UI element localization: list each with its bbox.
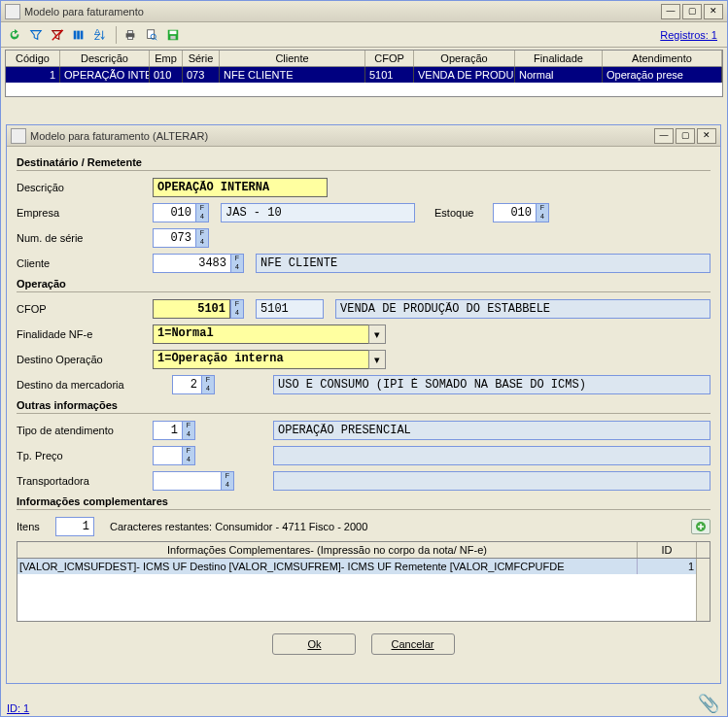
chevron-down-icon[interactable]: ▾ [368, 324, 386, 344]
scrollbar-track[interactable] [696, 574, 710, 621]
save-icon[interactable] [163, 25, 183, 45]
col-atendimento[interactable]: Atendimento [603, 51, 722, 66]
empresa-input[interactable] [153, 203, 195, 222]
label-transp: Transportadora [17, 475, 153, 487]
close-button[interactable]: ✕ [704, 4, 723, 19]
ic-row[interactable]: [VALOR_ICMSUFDEST]- ICMS UF Destino [VAL… [17, 559, 710, 574]
sort-icon[interactable]: AZ [90, 25, 110, 45]
dialog-title: Modelo para faturamento (ALTERAR) [30, 130, 654, 142]
label-itens: Itens [17, 521, 55, 532]
filter-off-icon[interactable] [48, 25, 67, 45]
col-emp[interactable]: Emp [150, 51, 183, 66]
empresa-nome [221, 203, 415, 222]
cfop-input[interactable] [153, 299, 230, 319]
cliente-lookup-button[interactable]: F4 [230, 254, 244, 273]
add-item-button[interactable] [691, 519, 711, 534]
col-cliente[interactable]: Cliente [220, 51, 365, 66]
chevron-down-icon[interactable]: ▾ [368, 350, 386, 369]
grid-header: Código Descrição Emp Série Cliente CFOP … [6, 51, 722, 67]
dialog-close-button[interactable]: ✕ [697, 128, 716, 144]
label-descricao: Descrição [17, 182, 153, 193]
attachment-icon[interactable]: 📎 [698, 693, 719, 714]
scroll-up-icon[interactable] [696, 542, 710, 558]
col-finalidade[interactable]: Finalidade [515, 51, 603, 66]
data-grid[interactable]: Código Descrição Emp Série Cliente CFOP … [5, 50, 723, 97]
columns-icon[interactable] [69, 25, 88, 45]
cfop-lookup-button[interactable]: F4 [230, 299, 244, 319]
estoque-input[interactable] [493, 203, 536, 222]
itens-count [55, 517, 94, 536]
tppreco-lookup[interactable]: F4 [153, 446, 195, 465]
label-numserie: Num. de série [17, 232, 153, 244]
scrollbar[interactable] [696, 559, 710, 574]
destoper-combo[interactable]: 1=Operação interna ▾ [153, 350, 386, 369]
col-operacao[interactable]: Operação [414, 51, 515, 66]
minimize-button[interactable]: — [661, 4, 680, 19]
transp-lookup[interactable]: F4 [153, 471, 234, 491]
label-destmerc: Destino da mercadoria [17, 379, 172, 391]
cliente-nome [256, 254, 711, 273]
cancel-button[interactable]: Cancelar [371, 633, 455, 655]
registros-link[interactable]: Registros: 1 [660, 29, 717, 41]
tipoatend-input[interactable] [153, 421, 182, 440]
estoque-lookup-button[interactable]: F4 [536, 203, 549, 222]
print-icon[interactable] [121, 25, 140, 45]
transp-lookup-button[interactable]: F4 [221, 471, 234, 491]
numserie-lookup-button[interactable]: F4 [195, 228, 209, 248]
numserie-lookup[interactable]: F4 [153, 228, 209, 248]
ic-hdr-text: Informações Complementares- (Impressão n… [17, 542, 638, 558]
cfop2 [256, 299, 324, 319]
svg-rect-3 [81, 30, 84, 39]
filter-icon[interactable] [26, 25, 46, 45]
col-cfop[interactable]: CFOP [365, 51, 414, 66]
label-estoque: Estoque [434, 207, 493, 219]
svg-rect-14 [170, 35, 175, 39]
label-finalidade: Finalidade NF-e [17, 328, 153, 340]
destmerc-lookup[interactable]: F4 [172, 375, 215, 394]
tppreco-input[interactable] [153, 446, 182, 465]
tipoatend-lookup-button[interactable]: F4 [182, 421, 195, 440]
estoque-lookup[interactable]: F4 [493, 203, 549, 222]
col-codigo[interactable]: Código [6, 51, 60, 66]
descricao-input[interactable] [153, 178, 328, 197]
app-icon [5, 4, 20, 19]
grid-row[interactable]: 1 OPERAÇÃO INTE 010 073 NFE CLIENTE 5101… [6, 67, 722, 83]
cfop-desc [335, 299, 711, 319]
dialog-minimize-button[interactable]: — [654, 128, 674, 144]
transp-input[interactable] [153, 471, 221, 491]
label-destoper: Destino Operação [17, 354, 153, 365]
svg-rect-8 [127, 36, 132, 39]
empresa-lookup-button[interactable]: F4 [195, 203, 209, 222]
empresa-lookup[interactable]: F4 [153, 203, 209, 222]
finalidade-value: 1=Normal [153, 324, 368, 344]
section-destinatario: Destinatário / Remetente [17, 156, 711, 171]
finalidade-combo[interactable]: 1=Normal ▾ [153, 324, 386, 344]
label-empresa: Empresa [17, 207, 153, 219]
destmerc-input[interactable] [172, 375, 201, 394]
refresh-icon[interactable] [5, 25, 24, 45]
destmerc-lookup-button[interactable]: F4 [201, 375, 215, 394]
tppreco-lookup-button[interactable]: F4 [182, 446, 195, 465]
ic-hdr-id: ID [638, 542, 696, 558]
preview-icon[interactable] [142, 25, 161, 45]
numserie-input[interactable] [153, 228, 195, 248]
cliente-lookup[interactable]: F4 [153, 254, 244, 273]
col-serie[interactable]: Série [183, 51, 220, 66]
maximize-button[interactable]: ▢ [682, 4, 702, 19]
id-link[interactable]: ID: 1 [7, 702, 29, 714]
dialog-maximize-button[interactable]: ▢ [676, 128, 695, 144]
section-outras: Outras informações [17, 399, 711, 414]
main-title: Modelo para faturamento [24, 6, 661, 17]
ok-button[interactable]: Ok [272, 633, 356, 655]
label-cliente: Cliente [17, 257, 153, 269]
cfop-lookup[interactable]: F4 [153, 299, 244, 319]
svg-text:Z: Z [94, 31, 100, 42]
col-descricao[interactable]: Descrição [60, 51, 150, 66]
svg-rect-7 [127, 30, 132, 33]
cliente-input[interactable] [153, 254, 230, 273]
label-cfop: CFOP [17, 303, 153, 315]
tipoatend-lookup[interactable]: F4 [153, 421, 195, 440]
svg-rect-2 [77, 30, 80, 39]
transp-desc [273, 471, 711, 491]
infocomp-table[interactable]: Informações Complementares- (Impressão n… [17, 541, 711, 622]
